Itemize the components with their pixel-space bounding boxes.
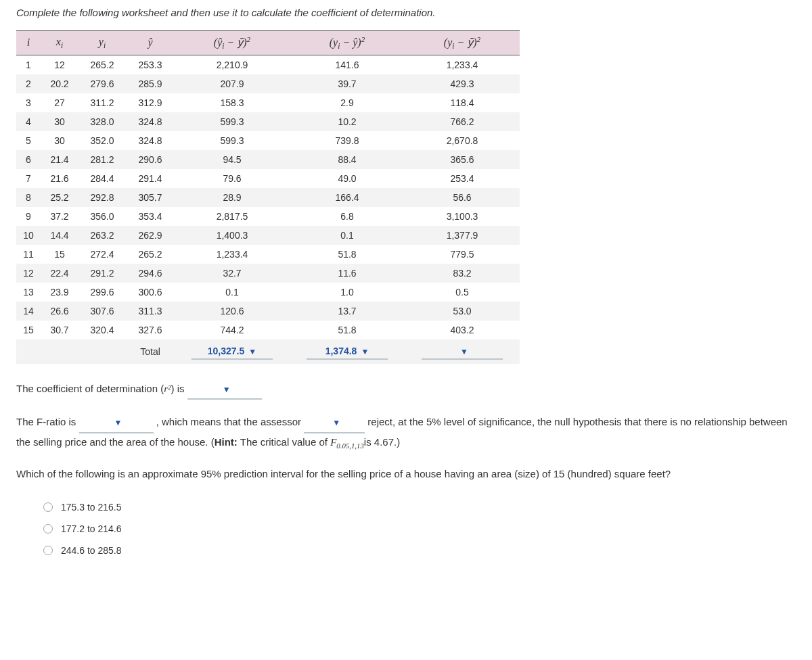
coefficient-sentence: The coefficient of determination (r²) is…: [16, 380, 796, 400]
table-row: 1530.7320.4327.6744.251.8403.2: [16, 321, 520, 339]
cell-x: 21.6: [41, 169, 78, 188]
option-label: 177.2 to 214.6: [61, 523, 122, 534]
cell-x: 25.2: [41, 188, 78, 207]
chevron-down-icon: ▼: [460, 347, 468, 356]
chevron-down-icon: ▼: [361, 347, 369, 356]
total-c2-dropdown[interactable]: 1,374.8▼: [307, 344, 388, 360]
cell-x: 14.4: [41, 226, 78, 245]
cell-y: 311.2: [78, 93, 126, 112]
cell-yhat: 305.7: [126, 188, 175, 207]
header-sse: (yi − ŷ)2: [290, 31, 405, 55]
cell-x: 23.9: [41, 283, 78, 302]
cell-c3: 365.6: [405, 150, 520, 169]
options-group: 175.3 to 216.5 177.2 to 214.6 244.6 to 2…: [16, 496, 796, 561]
r2-dropdown[interactable]: ▼: [187, 380, 262, 400]
cell-c2: 10.2: [290, 112, 405, 131]
cell-yhat: 311.3: [126, 302, 175, 321]
instruction-text: Complete the following worksheet and the…: [16, 7, 796, 18]
chevron-down-icon: ▼: [248, 347, 256, 356]
cell-x: 21.4: [41, 150, 78, 169]
cell-y: 292.8: [78, 188, 126, 207]
option-label: 175.3 to 216.5: [61, 502, 122, 513]
cell-c3: 253.4: [405, 169, 520, 188]
cell-c1: 32.7: [175, 264, 290, 283]
table-row: 430328.0324.8599.310.2766.2: [16, 112, 520, 131]
cell-c2: 39.7: [290, 74, 405, 93]
cell-yhat: 353.4: [126, 207, 175, 226]
cell-i: 2: [16, 74, 41, 93]
cell-c2: 166.4: [290, 188, 405, 207]
header-i: i: [16, 31, 41, 55]
cell-c2: 141.6: [290, 55, 405, 74]
cell-i: 1: [16, 55, 41, 74]
radio-icon: [43, 502, 53, 512]
table-row: 220.2279.6285.9207.939.7429.3: [16, 74, 520, 93]
cell-x: 30.7: [41, 321, 78, 339]
cell-x: 30: [41, 131, 78, 150]
decision-dropdown[interactable]: ▼: [304, 413, 365, 433]
cell-c3: 53.0: [405, 302, 520, 321]
cell-i: 9: [16, 207, 41, 226]
cell-c1: 744.2: [175, 321, 290, 339]
cell-yhat: 291.4: [126, 169, 175, 188]
cell-x: 27: [41, 93, 78, 112]
cell-c3: 56.6: [405, 188, 520, 207]
cell-c2: 49.0: [290, 169, 405, 188]
cell-c1: 28.9: [175, 188, 290, 207]
cell-c3: 1,377.9: [405, 226, 520, 245]
cell-c2: 2.9: [290, 93, 405, 112]
cell-yhat: 265.2: [126, 245, 175, 264]
f-ratio-sentence: The F-ratio is ▼ , which means that the …: [16, 413, 796, 452]
cell-i: 8: [16, 188, 41, 207]
cell-i: 15: [16, 321, 41, 339]
cell-x: 12: [41, 55, 78, 74]
table-row: 721.6284.4291.479.649.0253.4: [16, 169, 520, 188]
cell-i: 10: [16, 226, 41, 245]
cell-c2: 6.8: [290, 207, 405, 226]
table-row: 1323.9299.6300.60.11.00.5: [16, 283, 520, 302]
cell-x: 20.2: [41, 74, 78, 93]
cell-c2: 88.4: [290, 150, 405, 169]
cell-c1: 79.6: [175, 169, 290, 188]
cell-c2: 1.0: [290, 283, 405, 302]
cell-c3: 83.2: [405, 264, 520, 283]
cell-yhat: 294.6: [126, 264, 175, 283]
prediction-interval-question: Which of the following is an approximate…: [16, 465, 796, 483]
cell-c3: 779.5: [405, 245, 520, 264]
table-row: 1115272.4265.21,233.451.8779.5: [16, 245, 520, 264]
table-row: 530352.0324.8599.3739.82,670.8: [16, 131, 520, 150]
total-c3-dropdown[interactable]: ▼: [422, 344, 503, 360]
cell-yhat: 290.6: [126, 150, 175, 169]
cell-i: 7: [16, 169, 41, 188]
cell-x: 22.4: [41, 264, 78, 283]
header-sst: (yi − ȳ)2: [405, 31, 520, 55]
cell-yhat: 327.6: [126, 321, 175, 339]
cell-c3: 1,233.4: [405, 55, 520, 74]
cell-y: 299.6: [78, 283, 126, 302]
f-ratio-dropdown[interactable]: ▼: [79, 413, 154, 433]
radio-icon: [43, 524, 53, 534]
cell-yhat: 285.9: [126, 74, 175, 93]
cell-c3: 2,670.8: [405, 131, 520, 150]
total-label: Total: [126, 339, 175, 364]
header-ssr: (ŷi − ȳ)2: [175, 31, 290, 55]
cell-x: 30: [41, 112, 78, 131]
cell-yhat: 262.9: [126, 226, 175, 245]
option-2[interactable]: 177.2 to 214.6: [16, 518, 796, 540]
header-x: xi: [41, 31, 78, 55]
option-3[interactable]: 244.6 to 285.8: [16, 540, 796, 561]
cell-c1: 120.6: [175, 302, 290, 321]
header-yhat: ŷ: [126, 31, 175, 55]
worksheet-table: i xi yi ŷ (ŷi − ȳ)2 (yi − ŷ)2 (yi − ȳ)2 …: [16, 30, 520, 364]
total-c1-dropdown[interactable]: 10,327.5▼: [191, 344, 273, 360]
cell-y: 265.2: [78, 55, 126, 74]
cell-i: 4: [16, 112, 41, 131]
cell-c1: 2,210.9: [175, 55, 290, 74]
option-label: 244.6 to 285.8: [61, 545, 122, 556]
cell-y: 272.4: [78, 245, 126, 264]
cell-i: 13: [16, 283, 41, 302]
cell-y: 291.2: [78, 264, 126, 283]
option-1[interactable]: 175.3 to 216.5: [16, 496, 796, 518]
cell-y: 279.6: [78, 74, 126, 93]
cell-c1: 94.5: [175, 150, 290, 169]
